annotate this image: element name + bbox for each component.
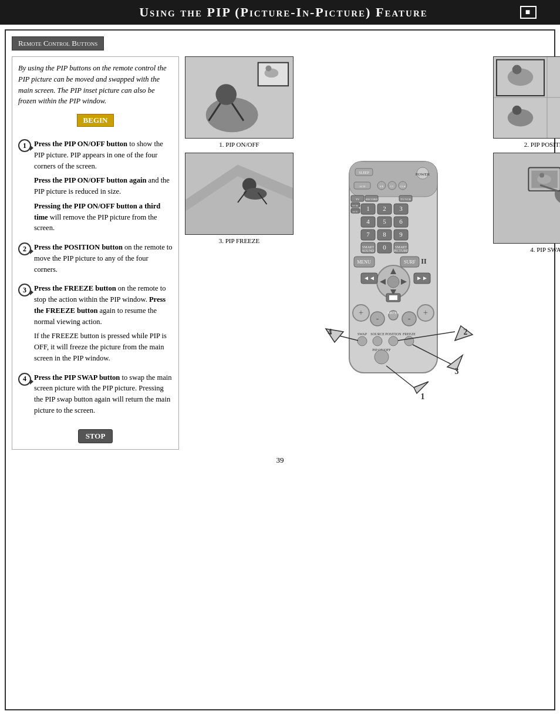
svg-point-109: [373, 336, 382, 346]
page-title: Using the PIP (Picture-In-Picture) Featu…: [47, 5, 520, 20]
pip-image-freeze: 3. PIP FREEZE: [185, 153, 294, 244]
svg-point-16: [512, 106, 522, 115]
pip-label-onoff: 1. PIP ON/OFF: [219, 141, 259, 148]
svg-text:3: 3: [455, 367, 459, 376]
step-4-num: 4: [18, 373, 31, 386]
svg-text:-: -: [376, 314, 379, 323]
svg-text:TV/VCR: TV/VCR: [400, 198, 411, 201]
svg-point-2: [215, 84, 237, 105]
svg-text:1: 1: [366, 205, 370, 212]
svg-text:7: 7: [366, 231, 370, 238]
svg-point-7: [266, 66, 272, 72]
svg-text:TV: TV: [356, 198, 360, 201]
svg-text:0: 0: [383, 244, 386, 251]
svg-text:SOURCE: SOURCE: [370, 332, 384, 336]
svg-text:CC: CC: [390, 185, 394, 188]
svg-rect-93: [389, 295, 397, 300]
pip-image-position: 2. PIP POSITION: [493, 56, 560, 148]
svg-text:FREEZE: FREEZE: [403, 332, 416, 336]
pip-svg-position: [494, 56, 560, 139]
section-title: Remote Control Buttons: [12, 36, 104, 50]
svg-marker-126: [414, 382, 429, 393]
begin-badge: BEGIN: [77, 114, 114, 127]
left-column: By using the PIP buttons on the remote c…: [12, 56, 179, 450]
intro-text: By using the PIP buttons on the remote c…: [18, 63, 173, 107]
svg-text:8: 8: [383, 231, 386, 238]
svg-text:SOUND: SOUND: [362, 249, 375, 252]
svg-text:SLEEP: SLEEP: [359, 171, 369, 174]
page-header: Using the PIP (Picture-In-Picture) Featu…: [0, 0, 560, 25]
svg-point-133: [537, 174, 551, 184]
svg-point-115: [375, 350, 389, 364]
pip-image-swap: 4. PIP SWAP: [493, 153, 560, 253]
pip-frame-swap: [493, 153, 560, 244]
pip-image-onoff: 1. PIP ON/OFF: [185, 56, 294, 148]
pip-frame-onoff: [185, 56, 294, 139]
svg-text:PICTURE: PICTURE: [393, 249, 408, 252]
svg-point-12: [512, 65, 522, 75]
svg-text:ACH: ACH: [359, 185, 366, 188]
svg-text:ACC: ACC: [352, 210, 359, 213]
svg-text:SURF: SURF: [404, 259, 416, 265]
pip-svg-onoff: [185, 56, 293, 139]
svg-point-24: [244, 188, 267, 200]
svg-point-134: [539, 173, 544, 177]
svg-text:POWER: POWER: [416, 172, 430, 177]
svg-point-83: [387, 276, 399, 288]
pip-svg-freeze: [185, 153, 293, 235]
svg-text:S/E: S/E: [379, 185, 383, 188]
svg-text:+: +: [359, 308, 363, 317]
header-icon: ■: [520, 6, 537, 19]
svg-text:9: 9: [399, 231, 403, 238]
step-3-num: 3: [18, 284, 31, 296]
svg-text:RECORD: RECORD: [366, 198, 378, 201]
pip-label-swap: 4. PIP SWAP: [530, 246, 560, 253]
pip-frame-position: [493, 56, 560, 139]
remote-section: POWER SLEEP ACH S/E CC CLK: [299, 156, 487, 408]
pip-label-position: 2. PIP POSITION: [524, 141, 560, 148]
svg-text:1: 1: [421, 392, 425, 401]
step-1-content: Press the PIP ON/OFF button to show the …: [34, 139, 173, 234]
svg-text:MUTE: MUTE: [387, 311, 399, 315]
svg-text:4: 4: [328, 328, 332, 336]
svg-text:►►: ►►: [416, 275, 428, 281]
step-4-content: Press the PIP SWAP button to swap the ma…: [34, 372, 173, 416]
svg-text:-: -: [408, 314, 411, 323]
pip-svg-swap: [494, 153, 560, 244]
step-3-content: Press the FREEZE button on the remote to…: [34, 283, 173, 363]
svg-text:◄◄: ◄◄: [363, 275, 375, 281]
step-4: 4 Press the PIP SWAP button to swap the …: [18, 372, 173, 416]
pip-frame-freeze: [185, 153, 294, 235]
svg-text:+: +: [423, 308, 428, 317]
pip-label-freeze: 3. PIP FREEZE: [219, 237, 260, 244]
pip-bottom-row: 3. PIP FREEZE POWER SLEEP: [185, 153, 560, 408]
svg-text:II: II: [421, 257, 427, 265]
svg-point-113: [404, 336, 414, 346]
step-2-content: Press the POSITION button on the remote …: [34, 242, 173, 275]
svg-text:SWAP: SWAP: [357, 332, 367, 336]
step-3: 3 Press the FREEZE button on the remote …: [18, 283, 173, 363]
svg-text:2: 2: [464, 328, 468, 336]
stop-badge: STOP: [78, 429, 113, 443]
svg-text:6: 6: [399, 218, 403, 225]
right-column: 1. PIP ON/OFF: [185, 56, 560, 450]
remote-svg: POWER SLEEP ACH S/E CC CLK: [299, 156, 487, 408]
content-layout: By using the PIP buttons on the remote c…: [12, 56, 548, 450]
svg-text:3: 3: [399, 205, 403, 212]
svg-text:VCR: VCR: [352, 204, 359, 207]
page-number: 39: [12, 456, 548, 468]
svg-text:CLK: CLK: [400, 185, 406, 188]
svg-text:4: 4: [366, 218, 370, 225]
step-2: 2 Press the POSITION button on the remot…: [18, 242, 173, 275]
svg-text:5: 5: [383, 218, 386, 225]
pip-images-top: 1. PIP ON/OFF: [185, 56, 560, 148]
svg-text:POSITION: POSITION: [385, 332, 402, 336]
step-1-num: 1: [18, 139, 31, 152]
svg-text:2: 2: [383, 205, 386, 212]
svg-rect-128: [494, 153, 560, 243]
svg-point-107: [357, 336, 367, 346]
svg-point-111: [389, 336, 398, 346]
step-2-num: 2: [18, 242, 31, 255]
svg-text:MENU: MENU: [357, 259, 371, 265]
step-1: 1 Press the PIP ON/OFF button to show th…: [18, 139, 173, 234]
